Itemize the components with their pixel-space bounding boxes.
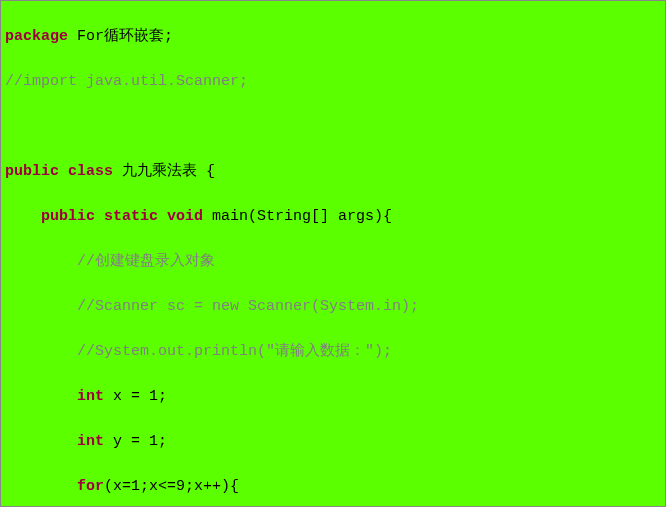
code-line-9: int x = 1; — [5, 386, 661, 409]
keyword-void: void — [167, 208, 203, 225]
keyword-package: package — [5, 28, 68, 45]
code-line-6: //创建键盘录入对象 — [5, 251, 661, 274]
package-name: For循环嵌套; — [68, 28, 173, 45]
for-cond: (x=1;x<=9;x++){ — [104, 478, 239, 495]
code-line-4: public class 九九乘法表 { — [5, 161, 661, 184]
keyword-for: for — [77, 478, 104, 495]
comment: //import java.util.Scanner; — [5, 73, 248, 90]
keyword-public: public — [41, 208, 95, 225]
comment: //Scanner sc = new Scanner(System.in); — [77, 298, 419, 315]
keyword-static: static — [104, 208, 158, 225]
var-decl: y = 1; — [104, 433, 167, 450]
code-line-11: for(x=1;x<=9;x++){ — [5, 476, 661, 499]
method-sig: main(String[] args){ — [203, 208, 392, 225]
code-line-10: int y = 1; — [5, 431, 661, 454]
code-line-2: //import java.util.Scanner; — [5, 71, 661, 94]
comment: //System.out.println("请输入数据："); — [77, 343, 392, 360]
comment: //创建键盘录入对象 — [77, 253, 215, 270]
code-line-7: //Scanner sc = new Scanner(System.in); — [5, 296, 661, 319]
code-line-8: //System.out.println("请输入数据："); — [5, 341, 661, 364]
code-editor[interactable]: package For循环嵌套; //import java.util.Scan… — [1, 1, 665, 507]
code-line-5: public static void main(String[] args){ — [5, 206, 661, 229]
keyword-int: int — [77, 388, 104, 405]
keyword-public: public — [5, 163, 59, 180]
class-name: 九九乘法表 { — [113, 163, 215, 180]
code-line-3 — [5, 116, 661, 139]
keyword-class: class — [68, 163, 113, 180]
keyword-int: int — [77, 433, 104, 450]
var-decl: x = 1; — [104, 388, 167, 405]
code-line-1: package For循环嵌套; — [5, 26, 661, 49]
